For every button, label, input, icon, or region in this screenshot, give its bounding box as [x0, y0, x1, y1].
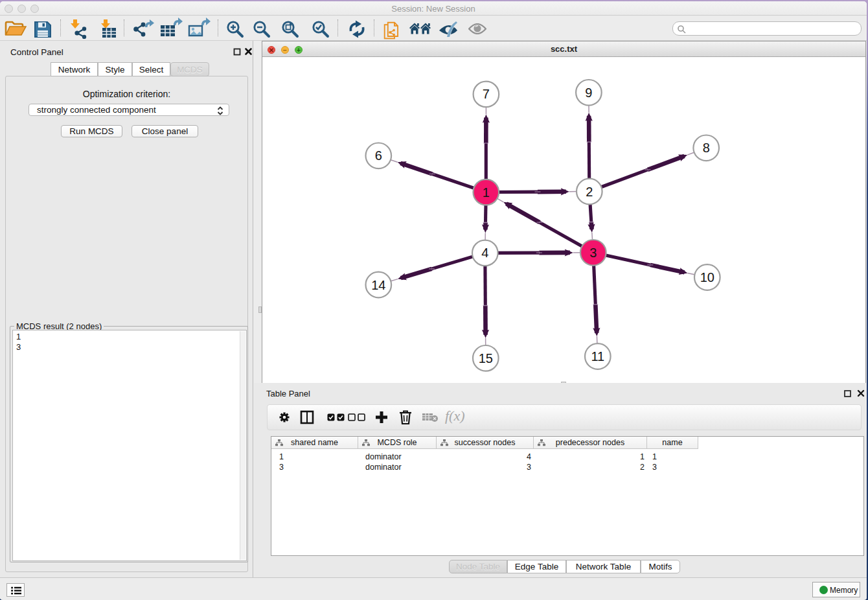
svg-text:2: 2	[586, 185, 593, 199]
svg-text:3: 3	[589, 246, 597, 260]
svg-text:8: 8	[703, 141, 710, 155]
svg-text:10: 10	[700, 270, 714, 284]
svg-text:14: 14	[371, 278, 385, 292]
svg-text:4: 4	[481, 246, 488, 260]
svg-text:9: 9	[585, 86, 592, 100]
svg-text:1: 1	[483, 185, 490, 200]
svg-text:15: 15	[479, 351, 493, 365]
svg-text:7: 7	[483, 87, 490, 101]
svg-text:6: 6	[375, 148, 382, 163]
svg-text:11: 11	[591, 349, 604, 363]
